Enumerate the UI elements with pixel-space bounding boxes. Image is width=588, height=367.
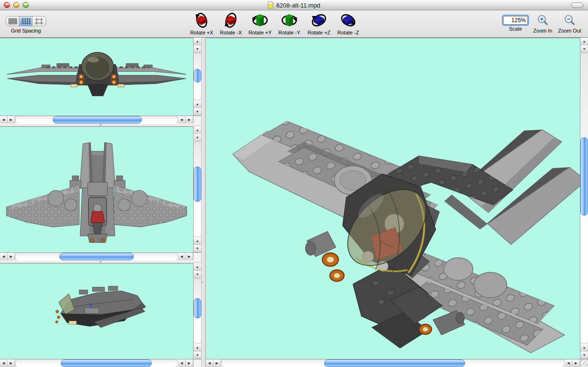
scrollbar-thumb[interactable] <box>59 253 134 260</box>
scrollbar-track[interactable] <box>15 359 178 367</box>
vp2-horizontal-scrollbar[interactable]: ◀ ▶ ◀ ▶ <box>0 252 193 260</box>
viewport-top[interactable] <box>0 126 193 252</box>
scrollbar-thumb[interactable] <box>324 359 465 367</box>
scroll-left-button[interactable]: ◀ <box>178 116 186 124</box>
scroll-up-button[interactable]: ▲ <box>194 344 201 351</box>
splitter-dimple: ‹ <box>202 281 203 284</box>
scroll-right-button[interactable]: ▶ <box>186 116 193 124</box>
rotate-plus-z-label: Rotate +Z <box>308 30 331 35</box>
scrollbar-thumb[interactable] <box>61 359 152 367</box>
scrollbar-thumb[interactable] <box>580 137 588 216</box>
grid-segment-medium[interactable] <box>19 17 33 26</box>
fine-grid-icon <box>8 18 17 25</box>
grid-segment-fine[interactable] <box>6 17 19 26</box>
rotate-plus-x-button[interactable]: Rotate +X <box>188 12 216 35</box>
zoom-in-label: Zoom In <box>533 28 552 33</box>
rotate-minus-z-button[interactable]: Rotate -Z <box>334 12 362 35</box>
toolbar-toggle-button[interactable] <box>571 2 583 8</box>
scroll-up-button[interactable]: ▲ <box>194 100 201 108</box>
vp1-horizontal-scrollbar[interactable]: ◀ ▶ ◀ ▶ <box>0 116 193 124</box>
scroll-right-button[interactable]: ▶ <box>186 253 193 260</box>
scroll-down-button[interactable]: ▼ <box>580 45 588 53</box>
zoom-in-button[interactable]: Zoom In <box>531 14 555 33</box>
scroll-left-button[interactable]: ◀ <box>0 253 8 260</box>
vp3-vertical-scrollbar[interactable]: ▲ ▼ ▲ ▼ <box>193 263 201 359</box>
scrollbar-track[interactable] <box>15 116 178 124</box>
scroll-left-button[interactable]: ◀ <box>206 359 213 367</box>
scroll-down-button[interactable]: ▼ <box>194 351 201 359</box>
scroll-left-button[interactable]: ◀ <box>178 253 186 260</box>
isometric-model <box>206 38 580 359</box>
main-vertical-scrollbar[interactable]: ▲ ▼ ▲ ▼ <box>580 38 588 359</box>
viewport-side[interactable] <box>0 263 193 359</box>
medium-grid-icon <box>21 18 31 25</box>
scroll-left-button[interactable]: ◀ <box>565 359 572 367</box>
scroll-right-button[interactable]: ▶ <box>8 116 15 124</box>
viewport-front[interactable] <box>0 38 193 116</box>
rotate-minus-y-button[interactable]: Rotate -Y <box>275 12 303 35</box>
scroll-left-button[interactable]: ◀ <box>178 359 186 367</box>
scroll-down-button[interactable]: ▼ <box>194 271 201 278</box>
grid-spacing-label: Grid Spacing <box>11 28 41 33</box>
coarse-grid-icon <box>34 18 44 25</box>
scrollbar-corner <box>193 359 201 367</box>
scroll-down-button[interactable]: ▼ <box>194 245 201 252</box>
scroll-up-button[interactable]: ▲ <box>194 126 201 134</box>
scroll-up-button[interactable]: ▲ <box>194 263 201 271</box>
scroll-down-button[interactable]: ▼ <box>194 45 201 53</box>
viewport-main-3d[interactable] <box>206 38 580 359</box>
zoom-out-button[interactable]: Zoom Out <box>556 14 583 33</box>
scroll-down-button[interactable]: ▼ <box>580 351 588 359</box>
scrollbar-track[interactable] <box>221 359 565 367</box>
vp2-vertical-scrollbar[interactable]: ▲ ▼ ▲ ▼ <box>193 126 201 252</box>
scale-input[interactable] <box>503 16 528 25</box>
scroll-right-button[interactable]: ▶ <box>213 359 221 367</box>
side-view-model <box>0 264 193 359</box>
rotate-minus-y-icon <box>280 12 298 28</box>
scrollbar-thumb[interactable] <box>53 116 142 124</box>
scrollbar-track[interactable] <box>194 142 201 237</box>
grid-segment-coarse[interactable] <box>33 17 46 26</box>
scroll-right-button[interactable]: ▶ <box>8 253 15 260</box>
document-icon[interactable] <box>268 1 274 9</box>
window-resize-grip[interactable] <box>580 359 588 367</box>
scroll-up-button[interactable]: ▲ <box>580 38 588 45</box>
scroll-left-button[interactable]: ◀ <box>0 359 8 367</box>
rotate-plus-z-button[interactable]: Rotate +Z <box>305 12 333 35</box>
rotate-minus-x-icon <box>222 12 240 28</box>
vp3-horizontal-scrollbar[interactable]: ◀ ▶ ◀ ▶ <box>0 359 193 367</box>
scroll-right-button[interactable]: ▶ <box>8 359 15 367</box>
zoom-in-icon <box>537 14 549 26</box>
scrollbar-track[interactable] <box>194 278 201 344</box>
scroll-left-button[interactable]: ◀ <box>0 116 8 124</box>
rotate-minus-z-icon <box>339 12 357 28</box>
scroll-down-button[interactable]: ▼ <box>194 108 201 116</box>
grid-spacing-control: Grid Spacing <box>3 16 49 33</box>
rotate-minus-x-button[interactable]: Rotate -X <box>217 12 245 35</box>
scroll-right-button[interactable]: ▶ <box>186 359 193 367</box>
scrollbar-corner <box>193 116 201 124</box>
rotate-plus-y-button[interactable]: Rotate +Y <box>246 12 274 35</box>
title-bar[interactable]: 6208-alt-11.mpd <box>0 0 588 10</box>
scale-control: Scale <box>500 16 531 32</box>
rotate-minus-x-label: Rotate -X <box>220 30 242 35</box>
main-horizontal-scrollbar[interactable]: ◀ ▶ ◀ ▶ <box>206 359 580 367</box>
app-window: 6208-alt-11.mpd <box>0 0 588 367</box>
scroll-right-button[interactable]: ▶ <box>572 359 580 367</box>
scroll-up-button[interactable]: ▲ <box>194 38 201 45</box>
rotate-plus-x-icon <box>193 12 211 28</box>
scrollbar-thumb[interactable] <box>194 69 201 83</box>
vp1-vertical-scrollbar[interactable]: ▲ ▼ ▲ ▼ <box>193 38 201 116</box>
scrollbar-thumb[interactable] <box>194 167 201 201</box>
rotate-plus-y-label: Rotate +Y <box>248 30 271 35</box>
column-splitter[interactable]: ‹ <box>201 38 206 367</box>
scrollbar-track[interactable] <box>194 53 201 100</box>
scrollbar-thumb[interactable] <box>194 298 201 318</box>
scrollbar-track[interactable] <box>15 253 178 260</box>
scroll-down-button[interactable]: ▼ <box>194 134 201 142</box>
grid-spacing-segments <box>6 16 46 26</box>
scrollbar-track[interactable] <box>580 53 588 344</box>
scale-label: Scale <box>509 26 522 32</box>
scroll-up-button[interactable]: ▲ <box>194 237 201 245</box>
scroll-up-button[interactable]: ▲ <box>580 344 588 351</box>
